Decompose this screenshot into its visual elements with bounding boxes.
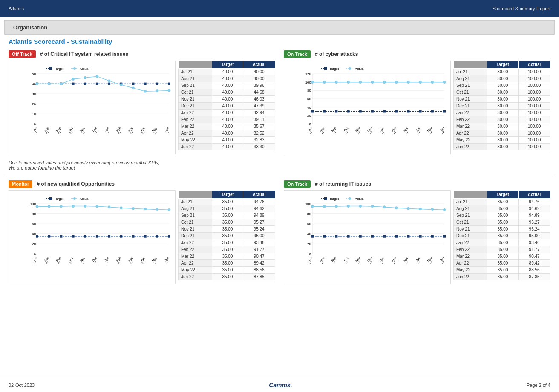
table-cell: 40.00 [212, 110, 243, 116]
svg-text:40: 40 [32, 82, 36, 86]
table-opportunities: TargetActualJul 2135.0094.76Aug 2135.009… [178, 190, 275, 284]
table-cell: 89.42 [243, 260, 275, 267]
svg-text:100: 100 [30, 202, 36, 206]
table-cell: 40.00 [212, 82, 243, 89]
svg-point-266 [359, 205, 362, 208]
table-row: May 2240.0032.83 [179, 137, 275, 144]
footer-date: 02-Oct-2023 [9, 383, 35, 388]
svg-point-61 [96, 75, 98, 78]
svg-point-135 [419, 81, 422, 84]
svg-rect-123 [419, 110, 422, 113]
table-cell: 87.85 [243, 274, 275, 280]
svg-rect-55 [168, 83, 170, 85]
svg-point-201 [120, 207, 122, 209]
table-cell: Feb 22 [454, 116, 487, 123]
col-header-2: Actual [519, 191, 550, 199]
table-cell: Mar 22 [454, 123, 487, 130]
table-cell: 44.68 [243, 89, 275, 96]
table-cell: 35.67 [243, 123, 275, 130]
table-row: Dec 2140.0047.39 [179, 103, 275, 110]
col-header-1: Target [487, 61, 519, 69]
svg-rect-48 [84, 83, 86, 85]
table-cell: Apr 22 [454, 130, 487, 137]
table-cell: Sep 21 [454, 212, 487, 219]
svg-text:60: 60 [307, 222, 311, 226]
col-header-2: Actual [243, 191, 275, 199]
svg-point-58 [60, 83, 62, 85]
svg-rect-185 [72, 235, 75, 238]
col-header-1: Target [212, 191, 243, 199]
table-cell: Dec 21 [454, 103, 487, 110]
data-table: TargetActualJul 2140.0040.00Aug 2140.004… [178, 61, 275, 150]
table-cell: 87.85 [519, 274, 550, 280]
table-row: May 2230.00100.00 [454, 137, 550, 144]
table-cell: Dec 21 [454, 233, 487, 239]
section-label-opportunities: # of new qualified Opportunities [37, 181, 115, 187]
svg-text:Target: Target [329, 197, 339, 201]
table-cell: 30.00 [487, 75, 519, 82]
table-cell: 100.00 [519, 137, 550, 144]
svg-point-263 [323, 205, 326, 208]
table-row: Apr 2230.00100.00 [454, 130, 550, 137]
table-cell: Dec 21 [179, 233, 212, 239]
table-cell: 35.00 [487, 239, 519, 246]
table-row: Dec 2135.0095.00 [179, 233, 275, 239]
svg-point-72 [349, 67, 351, 70]
table-row: Feb 2235.0091.77 [179, 246, 275, 253]
data-table: TargetActualJul 2135.0094.76Aug 2135.009… [178, 190, 275, 280]
table-row: Sep 2135.0094.89 [179, 212, 275, 219]
table-cell: 30.00 [487, 137, 519, 144]
svg-point-202 [132, 207, 134, 210]
table-cell: 40.00 [212, 130, 243, 137]
table-cell: 39.11 [243, 116, 275, 123]
svg-rect-124 [431, 110, 434, 113]
svg-rect-192 [156, 235, 158, 238]
org-label: Organisation [13, 24, 47, 31]
section-opportunities: Monitor # of new qualified Opportunities… [4, 178, 280, 287]
divider [4, 176, 555, 176]
svg-point-59 [72, 78, 75, 81]
table-row: Feb 2235.0091.77 [454, 246, 550, 253]
chart-cyber: TargetActual020406080100120Jul21Aug21Sep… [284, 61, 451, 154]
svg-point-210 [349, 197, 351, 200]
table-row: Jul 2130.00100.00 [454, 69, 550, 75]
table-cell: 35.00 [487, 274, 519, 280]
svg-text:20: 20 [307, 242, 311, 246]
footer: 02-Oct-2023 Camms. Page 2 of 4 [0, 378, 559, 392]
table-cell: 30.00 [487, 82, 519, 89]
svg-rect-191 [144, 235, 147, 238]
table-row: May 2235.0088.56 [179, 267, 275, 274]
svg-point-269 [395, 207, 398, 209]
svg-point-268 [383, 206, 386, 208]
svg-point-262 [311, 205, 314, 208]
table-critical-it: TargetActualJul 2140.0040.00Aug 2140.004… [178, 61, 275, 154]
svg-rect-187 [96, 235, 98, 238]
svg-rect-121 [395, 110, 398, 113]
table-cell: Oct 21 [179, 89, 212, 96]
svg-rect-255 [371, 235, 374, 238]
svg-rect-119 [371, 110, 374, 113]
svg-point-128 [335, 81, 337, 84]
svg-point-56 [36, 83, 38, 85]
svg-text:60: 60 [307, 97, 311, 101]
svg-rect-253 [347, 235, 350, 238]
svg-rect-117 [347, 110, 350, 113]
svg-text:Target: Target [329, 67, 339, 71]
svg-rect-69 [324, 67, 327, 70]
table-cell: 35.00 [212, 219, 243, 226]
table-cell: 35.00 [487, 219, 519, 226]
table-row: Jul 2135.0094.76 [179, 199, 275, 205]
svg-point-67 [168, 89, 170, 92]
table-cell: Jul 21 [179, 199, 212, 205]
table-cell: Aug 21 [454, 205, 487, 212]
table-cell: 35.00 [487, 267, 519, 274]
svg-point-273 [443, 208, 446, 211]
col-header-0 [454, 191, 487, 199]
col-header-0 [179, 191, 212, 199]
table-cell: Sep 21 [179, 82, 212, 89]
table-cell: 35.00 [487, 205, 519, 212]
table-cell: 33.30 [243, 144, 275, 150]
header: Atlantis Scorecard Summary Report [0, 0, 559, 17]
svg-rect-184 [60, 235, 62, 238]
chart-opportunities: TargetActual020406080100Jul21Aug21Sep21O… [9, 190, 176, 284]
